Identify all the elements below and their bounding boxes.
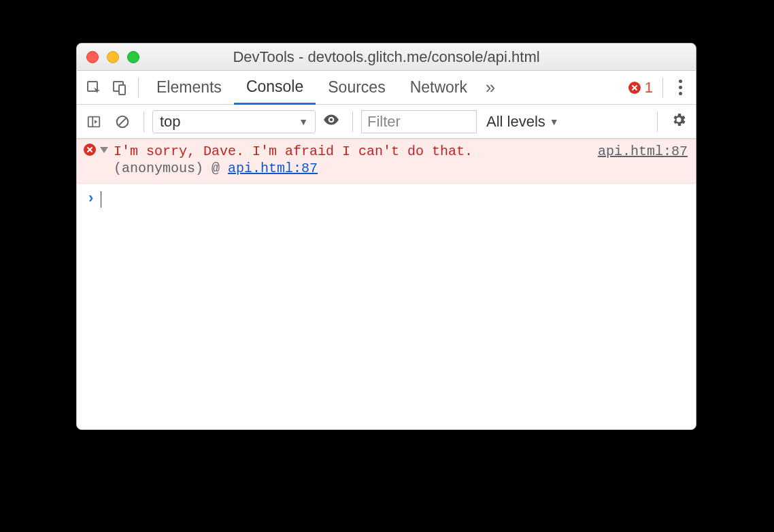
toolbar-divider: [138, 78, 139, 98]
titlebar: DevTools - devtools.glitch.me/console/ap…: [77, 44, 696, 71]
console-prompt[interactable]: ›: [77, 184, 696, 214]
console-output: I'm sorry, Dave. I'm afraid I can't do t…: [77, 139, 696, 429]
svg-marker-5: [95, 120, 98, 124]
window-zoom-button[interactable]: [127, 51, 139, 63]
more-menu-icon[interactable]: [669, 76, 692, 99]
stack-frame-prefix: (anonymous) @: [114, 161, 228, 176]
stack-frame-link[interactable]: api.html:87: [228, 161, 318, 176]
window-title: DevTools - devtools.glitch.me/console/ap…: [77, 48, 696, 66]
log-levels-selector[interactable]: All levels ▼: [486, 113, 559, 131]
filter-input[interactable]: [361, 110, 477, 133]
devtools-window: DevTools - devtools.glitch.me/console/ap…: [76, 43, 696, 430]
main-toolbar: Elements Console Sources Network » 1: [77, 71, 696, 105]
error-icon: [84, 144, 96, 156]
error-icon: [628, 82, 641, 94]
text-caret: [101, 191, 101, 207]
error-count: 1: [645, 79, 653, 97]
error-source-link[interactable]: api.html:87: [598, 144, 688, 159]
traffic-lights: [86, 51, 139, 63]
error-count-badge[interactable]: 1: [628, 79, 653, 97]
disclosure-triangle-icon[interactable]: [100, 147, 108, 153]
context-selector-label: top: [160, 113, 181, 131]
console-settings-icon[interactable]: [666, 112, 692, 132]
toolbar-divider: [662, 78, 663, 98]
chevron-down-icon: ▼: [550, 116, 559, 127]
toolbar-divider: [144, 112, 144, 132]
chevron-down-icon: ▼: [299, 116, 308, 127]
svg-rect-2: [119, 85, 125, 95]
svg-rect-3: [88, 116, 100, 127]
error-stack: (anonymous) @ api.html:87: [114, 161, 688, 176]
error-text: I'm sorry, Dave. I'm afraid I can't do t…: [114, 144, 473, 159]
live-expression-icon[interactable]: [318, 111, 344, 133]
svg-point-8: [330, 118, 333, 120]
console-error-message[interactable]: I'm sorry, Dave. I'm afraid I can't do t…: [77, 139, 696, 184]
clear-console-icon[interactable]: [110, 109, 135, 135]
console-filter-bar: top ▼ All levels ▼: [77, 105, 696, 139]
inspect-icon[interactable]: [81, 75, 107, 101]
log-levels-label: All levels: [486, 113, 545, 131]
tab-console[interactable]: Console: [234, 71, 316, 105]
window-minimize-button[interactable]: [107, 51, 119, 63]
prompt-chevron-icon: ›: [86, 190, 95, 207]
window-close-button[interactable]: [86, 51, 99, 63]
tab-elements[interactable]: Elements: [144, 71, 234, 104]
svg-line-7: [119, 118, 127, 125]
panel-tabs: Elements Console Sources Network: [144, 71, 479, 104]
context-selector[interactable]: top ▼: [152, 110, 316, 133]
device-toolbar-icon[interactable]: [107, 75, 133, 101]
tabs-overflow-icon[interactable]: »: [479, 77, 501, 98]
toolbar-divider: [657, 112, 658, 132]
tab-sources[interactable]: Sources: [316, 71, 397, 104]
tab-network[interactable]: Network: [398, 71, 479, 104]
console-sidebar-toggle-icon[interactable]: [81, 109, 107, 135]
toolbar-divider: [352, 112, 353, 132]
